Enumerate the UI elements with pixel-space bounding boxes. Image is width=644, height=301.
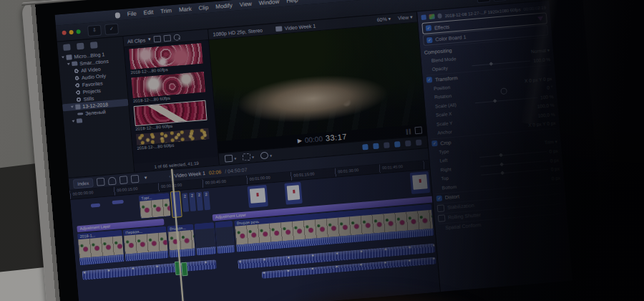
audio-skimming-icon[interactable] [373, 143, 379, 150]
storyline-clip[interactable]: 2018-1... [77, 230, 124, 265]
param-value[interactable]: Trim ▾ [545, 139, 557, 145]
skimming-icon[interactable] [362, 144, 369, 150]
background-tasks-indicator[interactable]: ✓ [104, 23, 119, 35]
effects-browser-icon[interactable] [405, 140, 411, 147]
transitions-browser-icon[interactable] [416, 140, 422, 146]
numbered-clip[interactable]: 2 [182, 193, 189, 212]
menu-window[interactable]: Window [259, 0, 280, 6]
overlay-menu-button[interactable]: ▾ [225, 154, 237, 162]
distort-checkbox[interactable]: ✓ [436, 195, 442, 201]
numbered-clip[interactable]: 2 [203, 191, 210, 211]
param-value[interactable]: 0 px [550, 157, 559, 163]
param-value[interactable]: X 0 px Y 0 px [528, 120, 556, 128]
retime-menu-button[interactable]: ▾ [260, 151, 273, 159]
rotation-dial[interactable] [501, 88, 508, 95]
connected-clip[interactable] [91, 203, 100, 207]
clip-thumbnail[interactable]: 2018-12-...80 60fps [136, 128, 213, 150]
opacity-slider[interactable] [472, 61, 531, 67]
menu-edit[interactable]: Edit [143, 9, 154, 16]
menu-modify[interactable]: Modify [215, 2, 233, 10]
window-controls[interactable] [62, 29, 80, 35]
libraries-tab-icon[interactable] [63, 44, 71, 51]
index-button[interactable]: Index [73, 178, 94, 188]
menu-help[interactable]: Help [286, 0, 298, 4]
param-value[interactable]: 100,0 % [533, 57, 550, 63]
timeline-project-name[interactable]: Video Week 1 [174, 171, 205, 178]
menu-file[interactable]: File [127, 10, 137, 17]
numbered-clip[interactable]: 2 [189, 192, 196, 211]
param-value[interactable]: X 0 px Y 0 px [525, 76, 552, 83]
green-audio-clip[interactable] [181, 262, 188, 277]
disclosure-icon[interactable] [67, 63, 70, 65]
disclosure-icon[interactable] [71, 106, 74, 108]
connected-video-clip[interactable]: Тарг... [139, 193, 171, 218]
param-value[interactable]: Normal ▾ [531, 47, 550, 54]
transform-checkbox[interactable]: ✓ [426, 77, 433, 83]
fullscreen-icon[interactable] [414, 126, 422, 134]
param-value[interactable]: 100 % [540, 94, 554, 100]
title-clip[interactable] [248, 185, 268, 208]
storyline-clip[interactable] [195, 222, 217, 255]
audio-meter-icon[interactable]: ∥∥ [405, 128, 411, 135]
timeline-toggle-button[interactable] [493, 0, 507, 1]
storyline-clip[interactable]: Первая... [123, 226, 168, 262]
clip-thumbnail-selected[interactable]: 2018-12-...80 60fps [134, 100, 212, 131]
selected-connected-clip[interactable] [170, 191, 182, 218]
crop-tool-button[interactable]: ▾ [243, 153, 255, 161]
clip-filter-select[interactable]: All Clips [127, 37, 146, 44]
menu-trim[interactable]: Trim [160, 7, 172, 14]
search-icon[interactable] [173, 34, 180, 41]
param-value[interactable]: 0 px [550, 166, 560, 172]
rolling-shutter-checkbox[interactable] [438, 214, 446, 222]
param-value[interactable]: 100,0 % [537, 102, 554, 109]
param-value[interactable]: 0 px [551, 175, 560, 181]
video-canvas[interactable] [209, 23, 426, 142]
menu-clip[interactable]: Clip [198, 4, 208, 11]
menu-view[interactable]: View [239, 1, 252, 8]
browser-toggle-button[interactable] [477, 0, 490, 3]
macbook: File Edit Trim Mark Clip Modify View Win… [21, 0, 613, 301]
connected-clip[interactable] [112, 200, 124, 204]
snapping-icon[interactable] [394, 141, 401, 148]
crop-checkbox[interactable]: ✓ [431, 140, 438, 147]
param-value[interactable]: 0 px [549, 148, 558, 154]
minimize-window-button[interactable] [69, 30, 73, 34]
storyline-clip[interactable]: Вторая... [167, 224, 196, 258]
filmstrip-view-icon[interactable] [163, 34, 171, 42]
title-clip[interactable] [284, 182, 302, 205]
titles-tab-icon[interactable] [90, 42, 98, 49]
disclosure-icon[interactable] [72, 120, 74, 122]
viewer-view-select[interactable]: View ▾ [398, 14, 413, 22]
clip-thumbnail[interactable]: 2018-12-...80 60fps [131, 71, 209, 103]
ruler-tick-label: 00:01:15:00 [293, 171, 314, 177]
color-board-checkbox[interactable]: ✓ [426, 37, 433, 43]
param-value[interactable]: 100,0 % [537, 112, 555, 118]
history-back-icon[interactable]: ‹ [169, 173, 171, 178]
append-edit-icon[interactable] [119, 176, 128, 184]
color-inspector-icon[interactable] [429, 14, 435, 19]
clip-thumbnail[interactable]: 2018-12-...80 60fps [129, 43, 207, 75]
solo-icon[interactable] [384, 142, 390, 148]
effects-checkbox[interactable]: ✓ [426, 25, 432, 32]
tool-select-menu[interactable]: ▾ [145, 175, 147, 181]
import-media-button[interactable]: ⇩ [87, 24, 102, 37]
connect-edit-icon[interactable] [97, 177, 105, 186]
numbered-clip[interactable]: 2 [196, 192, 203, 211]
storyline-clip[interactable] [215, 221, 235, 254]
close-window-button[interactable] [62, 31, 66, 35]
photos-audio-tab-icon[interactable] [77, 43, 84, 50]
apple-menu-icon[interactable] [115, 12, 121, 19]
clip-appearance-icon[interactable] [153, 35, 161, 42]
viewer-zoom-select[interactable]: 60% ▾ [376, 16, 391, 24]
stabilization-checkbox[interactable] [437, 204, 445, 212]
insert-edit-icon[interactable] [108, 176, 117, 185]
param-value[interactable]: 0 ° [547, 85, 553, 90]
title-clip[interactable] [410, 171, 430, 194]
video-inspector-icon[interactable] [421, 14, 426, 20]
menu-mark[interactable]: Mark [179, 6, 192, 13]
play-icon[interactable]: ▶ [297, 137, 302, 143]
disclosure-icon[interactable] [62, 56, 64, 58]
info-inspector-icon[interactable] [437, 14, 442, 19]
overwrite-edit-icon[interactable] [131, 174, 140, 183]
zoom-window-button[interactable] [76, 29, 80, 34]
